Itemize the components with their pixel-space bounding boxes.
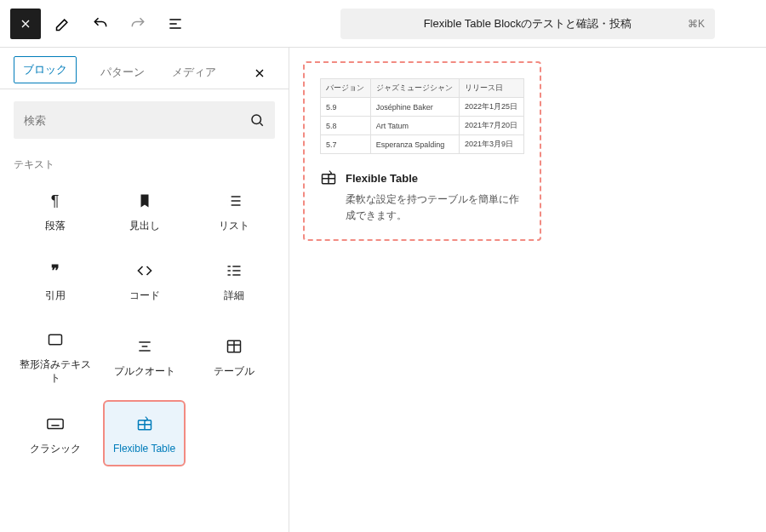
table-header: バージョン	[321, 79, 371, 98]
kbd-hint: ⌘K	[688, 18, 705, 30]
block-heading[interactable]: 見出し	[103, 179, 186, 242]
document-title-bar[interactable]: Flexible Table Blockのテストと確認・投稿 ⌘K	[340, 9, 715, 39]
document-overview-button[interactable]	[160, 9, 191, 39]
block-label: クラシック	[30, 443, 81, 456]
list-icon	[167, 15, 184, 32]
block-label: プルクオート	[114, 365, 175, 379]
details-icon	[226, 260, 243, 281]
flexible-table-icon	[136, 414, 153, 434]
block-list[interactable]: リスト	[192, 179, 275, 242]
table-icon	[226, 336, 243, 357]
flexible-table-icon	[320, 169, 337, 186]
block-code[interactable]: コード	[103, 249, 186, 312]
category-heading: テキスト	[0, 151, 289, 175]
tab-patterns[interactable]: パターン	[97, 56, 148, 89]
svg-point-0	[252, 115, 261, 124]
tab-media[interactable]: メディア	[169, 56, 220, 89]
svg-rect-1	[49, 335, 61, 345]
block-pullquote[interactable]: プルクオート	[103, 317, 186, 393]
redo-button[interactable]	[123, 9, 153, 39]
block-inserter-panel: ブロック パターン メディア テキスト ¶ 段落 見出し	[0, 48, 289, 532]
block-paragraph[interactable]: ¶ 段落	[14, 179, 96, 242]
close-inserter-button[interactable]	[10, 9, 41, 39]
table-header: ジャズミュージシャン	[370, 79, 459, 98]
preformatted-icon	[47, 329, 64, 350]
block-classic[interactable]: クラシック	[14, 400, 96, 466]
preview-table: バージョン ジャズミュージシャン リリース日 5.9 Joséphine Bak…	[320, 78, 524, 154]
block-table[interactable]: テーブル	[192, 317, 275, 393]
edit-mode-button[interactable]	[48, 9, 78, 39]
block-label: テーブル	[214, 365, 254, 379]
block-quote[interactable]: ❞ 引用	[14, 249, 96, 312]
svg-rect-3	[47, 420, 62, 429]
search-input[interactable]	[24, 114, 249, 127]
block-preformatted[interactable]: 整形済みテキスト	[14, 317, 96, 393]
table-header: リリース日	[460, 79, 524, 98]
redo-icon	[129, 15, 146, 32]
close-icon	[253, 66, 266, 80]
block-label: 段落	[45, 220, 66, 233]
list-icon	[226, 191, 243, 211]
code-icon	[136, 260, 153, 281]
undo-icon	[92, 15, 109, 32]
block-label: コード	[129, 289, 160, 303]
table-row: 5.8 Art Tatum 2021年7月20日	[321, 117, 524, 135]
block-details[interactable]: 詳細	[192, 249, 275, 312]
preview-title: Flexible Table	[346, 172, 418, 185]
block-label: 見出し	[129, 220, 160, 233]
block-label: Flexible Table	[113, 443, 175, 456]
block-label: 詳細	[224, 289, 244, 303]
close-icon	[19, 17, 32, 31]
block-label: リスト	[219, 220, 249, 233]
search-icon	[249, 112, 265, 128]
editor-canvas[interactable]: バージョン ジャズミュージシャン リリース日 5.9 Joséphine Bak…	[289, 48, 766, 532]
table-row: 5.9 Joséphine Baker 2022年1月25日	[321, 98, 524, 117]
block-preview-card: バージョン ジャズミュージシャン リリース日 5.9 Joséphine Bak…	[303, 61, 541, 241]
bookmark-icon	[137, 191, 152, 211]
undo-button[interactable]	[85, 9, 116, 39]
block-flexible-table[interactable]: Flexible Table	[103, 400, 186, 466]
search-input-wrapper[interactable]	[14, 101, 275, 139]
preview-description: 柔軟な設定を持つテーブルを簡単に作成できます。	[346, 192, 524, 224]
pullquote-icon	[136, 336, 153, 357]
block-label: 引用	[45, 289, 66, 303]
table-row: 5.7 Esperanza Spalding 2021年3月9日	[321, 135, 524, 154]
pencil-icon	[54, 15, 71, 32]
block-label: 整形済みテキスト	[19, 358, 91, 385]
keyboard-icon	[46, 414, 65, 434]
close-panel-button[interactable]	[244, 58, 275, 89]
document-title: Flexible Table Blockのテストと確認・投稿	[424, 16, 632, 31]
quote-icon: ❞	[51, 260, 60, 281]
tab-blocks[interactable]: ブロック	[14, 56, 77, 83]
paragraph-icon: ¶	[51, 191, 60, 211]
